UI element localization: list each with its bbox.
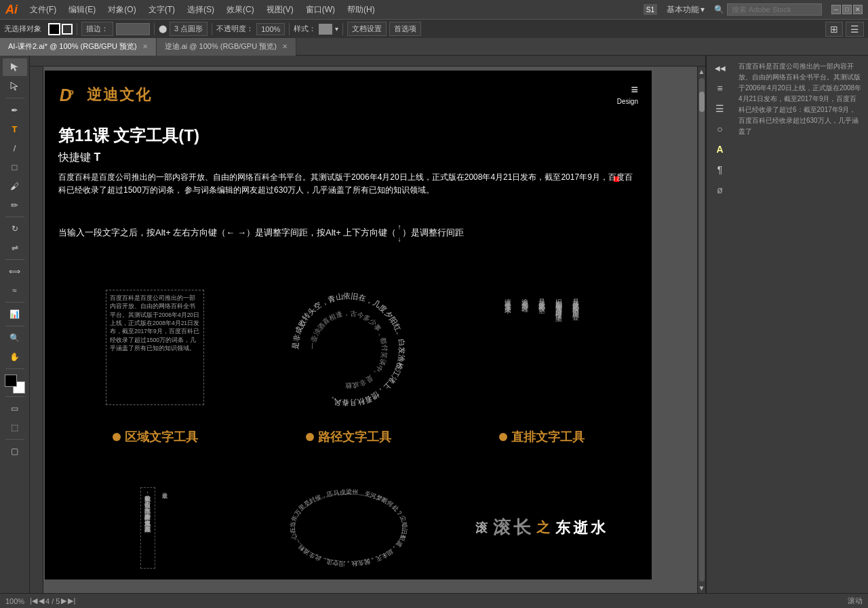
decoration-text-demo: 滚 滚长 之 东逝水 修饰文字工具 [445, 478, 638, 580]
doc-logo: D P 逆迪文化 [58, 83, 152, 107]
prev-page-icon[interactable]: |◀ [30, 596, 37, 605]
vt-col-5: 是非成败转头空依旧在一壶 [570, 293, 580, 402]
next-page-icon[interactable]: ▶| [68, 596, 75, 605]
style-dropdown-icon[interactable]: ▾ [335, 25, 338, 33]
panel-menu-icon[interactable]: ≡ [709, 79, 731, 98]
minimize-button[interactable]: ─ [831, 5, 841, 14]
arrange-icons[interactable]: ⊞ [825, 22, 843, 37]
opacity-label: 不透明度： [216, 24, 254, 34]
vertical-text-label: 直排文字工具 [499, 429, 585, 445]
warp-tool[interactable]: ≈ [3, 282, 27, 299]
main-layout: ✒ T / □ 🖌 ✏ ↻ ⇌ ⟺ ≈ 📊 🔍 ✋ ▭ ⬚ ▢ [0, 56, 868, 593]
forward-page-icon[interactable]: ▶ [61, 596, 66, 605]
menu-help[interactable]: 帮助(H) [342, 3, 380, 17]
demo-row-1: 百度百科是百度公司推出的一部内容开放、自由的网络百科全书平台。其测试版于2006… [58, 269, 638, 445]
vt-col-1: 滚滚长江东逝水 [502, 293, 513, 402]
shortcut-key: T [94, 151, 100, 163]
stroke-label: 描边： [81, 22, 113, 36]
stroke-color-swatch[interactable] [62, 24, 73, 35]
vertical-scrollbar[interactable]: ▲ ▼ [697, 66, 705, 593]
brush-size-icon: ⬤ [159, 24, 167, 33]
vertical-text-demo: 滚滚长江东逝水 浪花淘尽英雄 是非成败转头空 旧泡翻相逢淘尽英雄橙江逝上 是非成… [445, 269, 638, 445]
direct-select-tool[interactable] [3, 77, 27, 95]
fill-color-swatch[interactable] [48, 23, 60, 35]
close-button[interactable]: ✕ [853, 5, 863, 14]
panel-para-icon[interactable]: ¶ [709, 160, 731, 179]
menu-object[interactable]: 对象(O) [102, 3, 141, 17]
search-icon: 🔍 [714, 5, 724, 14]
hand-tool[interactable]: ✋ [3, 348, 27, 366]
area-text-label: 区域文字工具 [113, 429, 198, 445]
hamburger-menu-icon[interactable]: ≡ [631, 83, 638, 97]
right-panel: ◀◀ ≡ ☰ ○ A ¶ ø 百度百科是百度公司推出的一部内容开放、自由的网络百… [705, 56, 868, 593]
zoom-level[interactable]: 100% [5, 597, 24, 605]
svg-text:P: P [68, 89, 73, 98]
search-input[interactable] [727, 3, 822, 16]
back-page-icon[interactable]: ◀ [39, 596, 44, 605]
menu-text[interactable]: 文字(T) [143, 3, 180, 17]
preferences-button[interactable]: 首选项 [389, 22, 421, 36]
vert-area-overflow: 是非成败 [159, 487, 170, 569]
doc-settings-button[interactable]: 文档设置 [347, 22, 387, 36]
opacity-value[interactable]: 100% [256, 23, 285, 35]
type-tool[interactable]: T [3, 120, 27, 138]
tab-close-2[interactable]: ✕ [282, 43, 288, 50]
panel-type-icon[interactable]: A [709, 140, 731, 159]
maximize-button[interactable]: □ [842, 5, 852, 14]
fill-swatch-small[interactable] [5, 375, 17, 387]
collapse-icon[interactable]: ◀◀ [709, 58, 731, 77]
page-info: 4 / 5 [45, 597, 60, 605]
left-tools-panel: ✒ T / □ 🖌 ✏ ↻ ⇌ ⟺ ≈ 📊 🔍 ✋ ▭ ⬚ ▢ [0, 56, 30, 593]
menu-file[interactable]: 文件(F) [24, 3, 62, 17]
panel-toggle[interactable]: ☰ [846, 22, 864, 37]
rotate-tool[interactable]: ↻ [3, 220, 27, 238]
logo-svg: D P [58, 83, 83, 107]
pencil-tool[interactable]: ✏ [3, 196, 27, 214]
scroll-track[interactable] [699, 78, 705, 582]
tabs-bar: AI-课件2.ai* @ 100% (RGB/GPU 预览) ✕ 逆迪.ai @… [0, 38, 868, 56]
vertical-ruler [30, 56, 43, 593]
vt-col-2: 浪花淘尽英雄 [519, 293, 530, 402]
vert-path-svg: 当年万里觅封侯，匹马戍梁州，关河梦断何处？尘暗旧貂裘，胡未灭，鬓先秋，泪空流。此… [284, 484, 413, 572]
ai-logo: Ai [5, 3, 18, 17]
shape-tool[interactable]: □ [3, 158, 27, 176]
width-tool[interactable]: ⟺ [3, 263, 27, 280]
logo-text: 逆迪文化 [87, 85, 152, 105]
vt-col-4: 旧泡翻相逢淘尽英雄橙江逝上 [553, 293, 564, 402]
tab-file2[interactable]: 逆迪.ai @ 100% (RGB/GPU 预览) ✕ [157, 38, 296, 56]
select-tool[interactable] [3, 58, 27, 76]
zoom-tool[interactable]: 🔍 [3, 329, 27, 347]
demo-row-2: 非成败转头空，青山依旧在，几度夕阳红。白发雄发渔古今多少事，风旧流江东逝水，浪花… [58, 478, 638, 580]
canvas-area: D P 逆迪文化 ≡ Design 第11课 文字工具(T) 快捷键 T [30, 56, 705, 593]
bottom-bar: 100% |◀ ◀ 4 / 5 ▶ ▶| 滚动 [0, 593, 868, 608]
panel-glyph-icon[interactable]: ø [709, 180, 731, 200]
graph-tool[interactable]: 📊 [3, 305, 27, 323]
search-bar: 🔍 [714, 3, 822, 16]
scroll-up-arrow[interactable]: ▲ [697, 66, 705, 77]
body-text: 百度百科是百度公司推出的一部内容开放、自由的网络百科全书平台。其测试版于2006… [58, 171, 638, 197]
view-mode[interactable]: ⬚ [3, 419, 27, 436]
line-tool[interactable]: / [3, 139, 27, 157]
scroll-thumb[interactable] [699, 92, 705, 112]
pen-tool[interactable]: ✒ [3, 101, 27, 119]
change-screen-mode[interactable]: ▭ [3, 400, 27, 417]
reflect-tool[interactable]: ⇌ [3, 239, 27, 256]
paintbrush-tool[interactable]: 🖌 [3, 177, 27, 195]
panel-circle-icon[interactable]: ○ [709, 119, 731, 138]
menu-effect[interactable]: 效果(C) [221, 3, 260, 17]
menu-view[interactable]: 视图(V) [261, 3, 299, 17]
vert-path-text-demo: 当年万里觅封侯，匹马戍梁州，关河梦断何处？尘暗旧貂裘，胡未灭，鬓先秋，泪空流。此… [252, 478, 445, 580]
artboard-tool[interactable]: ▢ [3, 442, 27, 460]
panel-list-icon[interactable]: ☰ [709, 99, 731, 118]
tab-close-1[interactable]: ✕ [142, 43, 148, 50]
menu-edit[interactable]: 编辑(E) [63, 3, 101, 17]
tab-file1[interactable]: AI-课件2.ai* @ 100% (RGB/GPU 预览) ✕ [0, 38, 157, 56]
scroll-down-arrow[interactable]: ▼ [697, 583, 705, 593]
point-shape-selector[interactable]: 3 点圆形 [170, 22, 208, 36]
area-text-demo: 百度百科是百度公司推出的一部内容开放、自由的网络百科全书平台。其测试版于2006… [58, 269, 252, 445]
menu-window[interactable]: 窗口(W) [300, 3, 340, 17]
style-label: 样式： [294, 24, 316, 34]
area-text-dot [113, 433, 121, 441]
menu-select[interactable]: 选择(S) [182, 3, 220, 17]
workspace-preset[interactable]: 基本功能 ▾ [661, 3, 710, 17]
